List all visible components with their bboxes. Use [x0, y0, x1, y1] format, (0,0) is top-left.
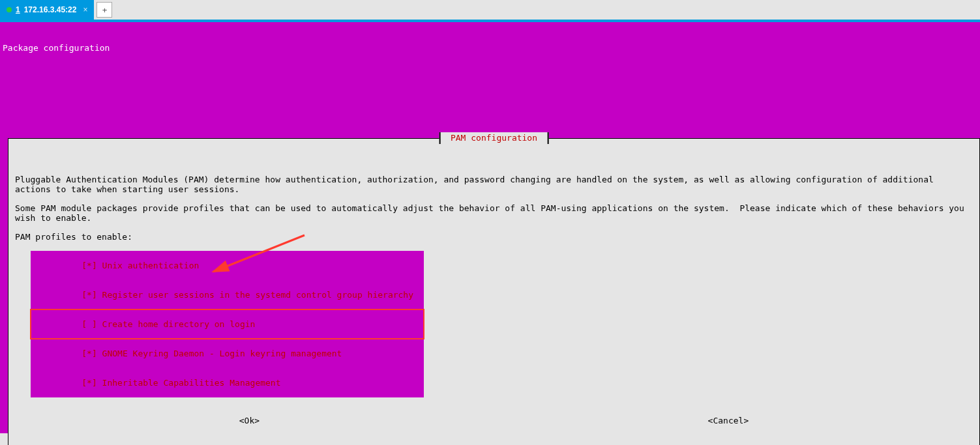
dialog-buttons: <Ok> <Cancel> [15, 416, 973, 425]
profile-item[interactable]: [*] GNOME Keyring Daemon - Login keyring… [31, 339, 424, 368]
ok-button[interactable]: <Ok> [239, 416, 260, 425]
dialog-para2: Some PAM module packages provide profile… [15, 203, 973, 223]
profile-item[interactable]: [*] Unix authentication [31, 251, 424, 280]
status-dot-icon [7, 7, 12, 12]
profile-label: GNOME Keyring Daemon - Login keyring man… [102, 349, 342, 358]
profile-item-highlighted[interactable]: [ ] Create home directory on login [31, 309, 424, 339]
add-tab-button[interactable]: + [97, 2, 112, 18]
tab-index: 1 [16, 5, 20, 14]
profile-label: Unix authentication [102, 261, 200, 270]
profiles-list: [*] Unix authentication [*] Register use… [31, 251, 424, 397]
close-icon[interactable]: × [83, 5, 87, 14]
profile-item[interactable]: [*] Inheritable Capabilities Management [31, 368, 424, 397]
checkbox-icon[interactable]: [ ] [82, 319, 97, 329]
terminal-tab[interactable]: 1 172.16.3.45:22 × [0, 0, 94, 20]
profile-label: Register user sessions in the systemd co… [102, 290, 413, 300]
dialog-prompt: PAM profiles to enable: [15, 232, 973, 242]
dialog-title: PAM configuration [439, 132, 549, 144]
dialog-body: Pluggable Authentication Modules (PAM) d… [8, 168, 979, 435]
checkbox-icon[interactable]: [*] [82, 261, 97, 270]
terminal-area: Package configuration PAM configuration … [0, 22, 980, 433]
checkbox-icon[interactable]: [*] [82, 349, 97, 358]
profile-item[interactable]: [*] Register user sessions in the system… [31, 280, 424, 309]
terminal-header: Package configuration [0, 42, 980, 53]
tab-bar: 1 172.16.3.45:22 × + [0, 0, 980, 20]
tab-label: 172.16.3.45:22 [24, 5, 77, 14]
pam-dialog: PAM configuration Pluggable Authenticati… [8, 138, 980, 445]
cancel-button[interactable]: <Cancel> [708, 416, 749, 425]
checkbox-icon[interactable]: [*] [82, 290, 97, 300]
profile-label: Create home directory on login [102, 319, 256, 329]
checkbox-icon[interactable]: [*] [82, 378, 97, 388]
profile-label: Inheritable Capabilities Management [102, 378, 281, 388]
dialog-para1: Pluggable Authentication Modules (PAM) d… [15, 175, 973, 194]
